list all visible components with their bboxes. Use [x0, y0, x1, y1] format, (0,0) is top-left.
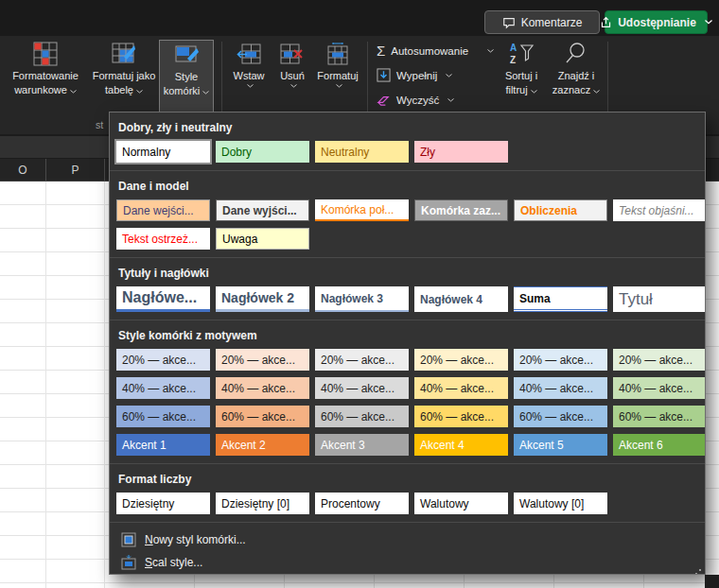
cell-style-chip[interactable]: Obliczenia: [514, 199, 607, 221]
cell-style-chip[interactable]: Dobry: [216, 141, 309, 163]
menu-section: Tytuły i nagłówkiNagłówe...Nagłówek 2Nag…: [110, 257, 705, 320]
fill-button[interactable]: Wypełnij: [373, 64, 498, 86]
button-label-line1: Sortuj i: [505, 70, 537, 82]
chevron-down-icon: [593, 90, 600, 94]
sort-filter-button[interactable]: A Z Sortuj i filtruj: [496, 40, 547, 121]
chevron-down-icon: [290, 84, 297, 88]
cell-style-chip[interactable]: Akcent 4: [414, 434, 508, 456]
cell-style-chip[interactable]: 20% — akce...: [514, 349, 607, 371]
cell-style-chip[interactable]: 20% — akce...: [315, 349, 409, 371]
menu-section: Style komórki z motywem20% — akce...20% …: [110, 320, 705, 463]
cell-style-chip[interactable]: 60% — akce...: [116, 406, 210, 427]
editing-group: Σ Autosumowanie Wypełnij Wyczyść: [373, 40, 498, 111]
section-title: Tytuły i nagłówki: [116, 262, 698, 286]
cell-style-chip[interactable]: Walutowy [0]: [514, 493, 607, 514]
cell-style-chip[interactable]: 60% — akce...: [414, 406, 508, 427]
cell-style-chip[interactable]: Dziesiętny: [116, 493, 210, 514]
svg-text:Z: Z: [510, 55, 516, 65]
button-label-line2: warunkowe: [14, 84, 77, 96]
cell-style-row: NormalnyDobryNeutralnyZły: [116, 141, 698, 163]
comment-icon: [502, 16, 516, 29]
cell-style-chip[interactable]: 40% — akce...: [514, 377, 607, 399]
new-cell-style-item[interactable]: Nowy styl komórki...: [114, 528, 701, 551]
format-cells-button[interactable]: Formatuj: [312, 40, 363, 121]
cell-style-row: 60% — akce...60% — akce...60% — akce...6…: [116, 406, 698, 427]
cell-style-chip[interactable]: 40% — akce...: [414, 377, 508, 399]
find-select-button[interactable]: Znajdź i zaznacz: [549, 40, 604, 121]
share-button[interactable]: Udostępnianie: [605, 10, 708, 34]
chevron-down-icon: [705, 20, 712, 25]
cell-style-chip[interactable]: Tekst ostrzeż...: [116, 228, 210, 250]
cell-style-chip[interactable]: Akcent 3: [315, 434, 409, 456]
cell-style-chip[interactable]: Dane wejści...: [116, 199, 210, 221]
delete-cells-button[interactable]: Usuń: [272, 40, 312, 121]
cell-style-chip[interactable]: 20% — akce...: [216, 349, 309, 371]
cell-style-chip[interactable]: 40% — akce...: [116, 377, 210, 399]
resize-grip-icon[interactable]: [692, 569, 701, 575]
menu-sections: Dobry, zły i neutralnyNormalnyDobryNeutr…: [110, 112, 705, 522]
cell-style-chip[interactable]: Procentowy: [315, 493, 409, 514]
cell-style-chip[interactable]: Akcent 1: [116, 434, 210, 456]
button-label-line2: zaznacz: [552, 84, 600, 96]
button-label-line1: Znajdź i: [558, 70, 595, 82]
cell-style-row: 40% — akce...40% — akce...40% — akce...4…: [116, 377, 698, 399]
cell-style-chip[interactable]: Dziesiętny [0]: [216, 493, 309, 514]
cell-style-chip[interactable]: 20% — akce...: [613, 349, 706, 371]
cell-style-chip[interactable]: Dane wyjści...: [216, 199, 309, 221]
cell-style-chip[interactable]: 40% — akce...: [613, 377, 706, 399]
insert-cells-button[interactable]: Wstaw: [227, 40, 271, 121]
cell-style-chip[interactable]: Neutralny: [315, 141, 409, 163]
cell-style-chip[interactable]: Nagłówek 2: [216, 286, 309, 312]
cell-style-chip[interactable]: 20% — akce...: [414, 349, 508, 371]
cell-style-chip[interactable]: Suma: [514, 286, 607, 312]
button-label-line2: filtruj: [505, 84, 536, 96]
button-label: Wyczyść: [396, 95, 439, 106]
cell-style-chip[interactable]: Walutowy: [414, 493, 508, 514]
ribbon-group-separator: [607, 42, 608, 121]
conditional-formatting-button[interactable]: Formatowanie warunkowe: [4, 40, 87, 121]
cell-style-row: Tekst ostrzeż...Uwaga: [116, 228, 698, 250]
cell-style-chip[interactable]: Tekst objaśni...: [613, 199, 706, 221]
button-label: Wypełnij: [396, 70, 437, 81]
column-header-p[interactable]: P: [46, 159, 105, 182]
chevron-down-icon: [446, 74, 452, 78]
cell-style-chip[interactable]: 20% — akce...: [116, 349, 210, 371]
cell-style-chip[interactable]: Zły: [414, 141, 508, 163]
cell-style-chip[interactable]: 60% — akce...: [514, 406, 607, 427]
column-header-o[interactable]: O: [0, 159, 46, 182]
button-label: Autosumowanie: [391, 45, 468, 57]
clear-button[interactable]: Wyczyść: [373, 89, 498, 111]
cell-style-chip[interactable]: 40% — akce...: [216, 377, 309, 399]
cell-style-chip[interactable]: Nagłówe...: [116, 286, 210, 312]
cell-styles-button[interactable]: Style komórki: [159, 40, 214, 121]
cell-style-chip[interactable]: 60% — akce...: [216, 406, 309, 427]
chevron-down-icon: [202, 91, 209, 95]
cell-style-chip[interactable]: Nagłówek 3: [315, 286, 409, 312]
chevron-down-icon: [136, 90, 143, 94]
button-label-line2: tabelę: [105, 84, 143, 96]
autosum-button[interactable]: Σ Autosumowanie: [373, 40, 498, 61]
cell-style-row: DziesiętnyDziesiętny [0]ProcentowyWaluto…: [116, 493, 698, 514]
merge-styles-item[interactable]: Scal style...: [114, 551, 701, 574]
cell-style-row: Dane wejści...Dane wyjści...Komórka poł.…: [116, 199, 698, 221]
share-button-label: Udostępnianie: [618, 16, 696, 29]
comments-button[interactable]: Komentarze: [484, 10, 600, 34]
chevron-down-icon: [336, 84, 342, 88]
cell-style-chip[interactable]: Akcent 5: [514, 434, 607, 456]
ribbon-group-label: st: [96, 119, 103, 130]
cell-style-chip[interactable]: Uwaga: [216, 228, 309, 250]
cell-style-chip[interactable]: Akcent 2: [216, 434, 309, 456]
cell-style-chip[interactable]: Normalny: [116, 141, 210, 163]
format-as-table-button[interactable]: Formatuj jako tabelę: [89, 40, 159, 121]
cell-style-chip[interactable]: 40% — akce...: [315, 377, 409, 399]
clear-icon: [377, 93, 391, 107]
cell-style-chip[interactable]: Komórka zaz...: [414, 199, 508, 221]
cell-style-chip[interactable]: Nagłówek 4: [414, 286, 508, 312]
cell-style-chip[interactable]: Tytuł: [613, 286, 706, 312]
find-select-icon: [563, 40, 589, 68]
cell-style-chip[interactable]: Komórka poł...: [315, 199, 409, 221]
autosum-icon: Σ: [377, 43, 385, 59]
cell-style-chip[interactable]: Akcent 6: [613, 434, 706, 456]
cell-style-chip[interactable]: 60% — akce...: [613, 406, 706, 427]
cell-style-chip[interactable]: 60% — akce...: [315, 406, 409, 427]
